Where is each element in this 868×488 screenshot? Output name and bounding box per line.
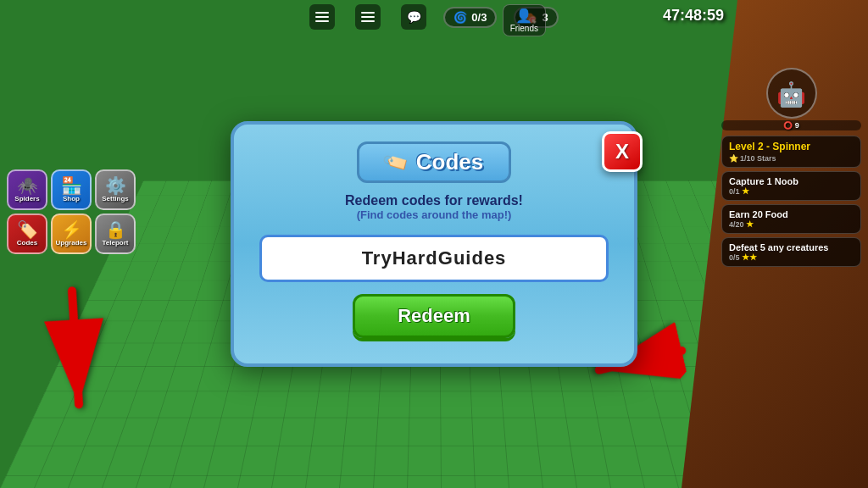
close-icon: X bbox=[615, 141, 629, 162]
codes-modal: 🏷️ Codes X Redeem codes for rewards! (Fi… bbox=[231, 121, 637, 367]
modal-title-bar: 🏷️ Codes X bbox=[259, 141, 609, 183]
close-button[interactable]: X bbox=[602, 131, 643, 172]
modal-overlay: 🏷️ Codes X Redeem codes for rewards! (Fi… bbox=[0, 0, 868, 488]
subtitle-line2: (Find codes around the map!) bbox=[259, 208, 609, 221]
code-input-field[interactable]: TryHardGuides bbox=[259, 235, 609, 282]
modal-title-background: 🏷️ Codes bbox=[357, 141, 511, 183]
modal-subtitle: Redeem codes for rewards! (Find codes ar… bbox=[259, 193, 609, 221]
modal-tag-icon: 🏷️ bbox=[381, 147, 411, 177]
modal-title-text: Codes bbox=[416, 149, 483, 175]
subtitle-line1: Redeem codes for rewards! bbox=[259, 193, 609, 208]
redeem-button[interactable]: Redeem bbox=[353, 294, 515, 338]
code-input-value: TryHardGuides bbox=[362, 247, 507, 269]
